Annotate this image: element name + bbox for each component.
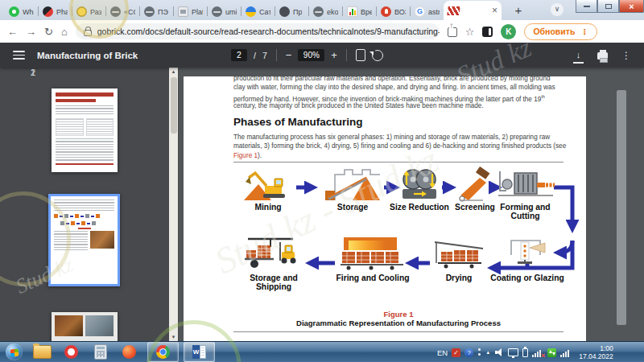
tab-voz[interactable]: ВОЗ — [377, 3, 410, 20]
main-scrollbar-thumb[interactable] — [617, 90, 626, 325]
display-icon[interactable] — [508, 348, 518, 356]
clock-date: 17.04.2022 — [579, 352, 613, 360]
update-button[interactable]: Обновить ⋮ — [524, 23, 597, 40]
tray-help-icon[interactable] — [464, 348, 473, 357]
tab-astr[interactable]: astr — [411, 3, 444, 20]
thumb-bottom-row — [54, 231, 114, 250]
taskbar-opera-button[interactable] — [60, 343, 82, 362]
mini-station — [96, 214, 100, 218]
fit-page-icon[interactable] — [356, 49, 365, 61]
pdf-menu-icon[interactable] — [13, 49, 25, 62]
taskbar-calculator-button[interactable] — [89, 343, 111, 362]
page1-thumbnail[interactable] — [52, 88, 118, 172]
update-menu-dots-icon[interactable]: ⋮ — [580, 27, 588, 36]
forward-icon[interactable]: → — [26, 27, 36, 37]
tab-pha[interactable]: Pha — [39, 3, 72, 20]
tab-pr[interactable]: Пр — [275, 3, 308, 20]
maximize-icon — [605, 4, 612, 9]
start-button[interactable] — [6, 343, 23, 360]
tab-vre[interactable]: Вре — [343, 3, 376, 20]
mini-station — [85, 214, 89, 218]
battery-icon[interactable] — [522, 348, 528, 357]
mini-station — [71, 221, 75, 225]
taskbar-browser-button[interactable] — [118, 343, 140, 362]
figure-1-link[interactable]: Figure 1 — [233, 152, 258, 159]
side-panel-icon[interactable] — [482, 27, 493, 37]
tab-active-brick-pdf[interactable]: × — [444, 1, 502, 20]
page-number-input[interactable]: 2 — [231, 49, 247, 61]
tab-plat[interactable]: Plat — [174, 3, 207, 20]
zoom-in-button[interactable]: + — [331, 50, 337, 60]
tab-eko[interactable]: eko — [309, 3, 342, 20]
intro-line: century, the majority of brick produced … — [233, 101, 484, 110]
thumb-red-header — [56, 93, 114, 97]
back-icon[interactable]: ← — [7, 27, 18, 37]
mini-station — [64, 214, 68, 218]
tab-label: Вре — [361, 8, 372, 16]
station-coating-glazing: Coating or Glazing — [483, 236, 572, 282]
zoom-level-input[interactable]: 90% — [298, 49, 324, 61]
new-tab-button[interactable]: + — [511, 3, 526, 17]
mini-arrow — [76, 223, 80, 224]
window-close-button[interactable]: × — [619, 0, 644, 13]
hidden-icons-chevron[interactable] — [485, 349, 491, 356]
download-icon[interactable] — [573, 47, 584, 64]
globe-icon — [212, 6, 222, 17]
bookmark-star-icon[interactable]: ☆ — [465, 26, 475, 38]
scroll-up-icon[interactable] — [169, 68, 178, 76]
taskbar-clock[interactable]: 1:00 17.04.2022 — [579, 344, 613, 360]
profile-avatar[interactable]: K — [501, 24, 516, 39]
dark-app-icon — [279, 6, 290, 17]
tab-overflow-chevron-icon[interactable]: ∨ — [551, 3, 564, 16]
rotate-icon[interactable] — [372, 50, 383, 61]
window-minimize-button[interactable] — [576, 0, 597, 13]
reload-icon[interactable]: ↻ — [44, 27, 53, 37]
tab-label: astr — [428, 8, 440, 16]
minimize-icon — [584, 6, 590, 7]
page-total: 7 — [262, 51, 267, 60]
thumbnail-scrollbar[interactable] — [169, 68, 178, 341]
scroll-down-icon[interactable] — [169, 333, 178, 341]
tray-dots-icon — [477, 348, 481, 356]
page2-thumbnail-selected[interactable] — [48, 194, 120, 286]
home-icon[interactable]: ⌂ — [61, 27, 68, 37]
sync-app-icon[interactable] — [547, 348, 556, 357]
google-icon — [415, 6, 425, 17]
url-input[interactable]: gobrick.com/docs/default-source/read-res… — [76, 23, 440, 39]
globe-icon — [313, 6, 324, 17]
tab-cc[interactable]: «СС — [106, 3, 139, 20]
tab-whatsapp[interactable]: Wha — [5, 3, 38, 20]
zoom-out-button[interactable]: − — [286, 50, 292, 60]
tab-label: Pha — [56, 8, 68, 16]
volume-icon[interactable] — [495, 348, 504, 357]
window-maximize-button[interactable] — [597, 0, 619, 13]
tab-sat[interactable]: Сат — [242, 3, 275, 20]
menu-bar — [13, 58, 25, 60]
station-mining: Mining — [232, 167, 304, 212]
figure-caption-text: Diagrammatic Representation of Manufactu… — [233, 319, 564, 327]
tab-raz[interactable]: Раз — [72, 3, 105, 20]
tab-umi[interactable]: umi — [208, 3, 241, 20]
share-icon[interactable] — [448, 27, 457, 37]
station-label: Storage and Shipping — [233, 274, 314, 291]
pdf-document-title: Manufacturing of Brick — [37, 51, 138, 60]
mining-icon — [242, 167, 294, 202]
taskbar-word-button[interactable] — [184, 342, 215, 362]
globe-icon — [110, 6, 121, 17]
page3-thumbnail[interactable] — [52, 312, 118, 344]
tab-label: umi — [225, 8, 237, 16]
more-options-icon[interactable]: ⋮ — [621, 50, 631, 61]
network-error-icon[interactable] — [532, 348, 543, 357]
page-controls: 2 / 7 − 90% + — [231, 49, 383, 61]
taskbar-explorer-button[interactable] — [31, 343, 53, 362]
language-indicator[interactable]: EN — [437, 348, 448, 357]
tray-red-check-icon[interactable] — [452, 348, 460, 357]
station-label: Coating or Glazing — [483, 274, 572, 282]
taskbar-chrome-button[interactable] — [147, 342, 179, 362]
station-label: Storage — [316, 203, 389, 212]
scrollbar-thumb[interactable] — [171, 77, 177, 134]
tab-close-icon[interactable]: × — [492, 6, 497, 15]
tab-pe[interactable]: ПЭ — [140, 3, 173, 20]
signal-bars-icon[interactable] — [560, 348, 572, 357]
print-icon[interactable] — [597, 52, 608, 60]
